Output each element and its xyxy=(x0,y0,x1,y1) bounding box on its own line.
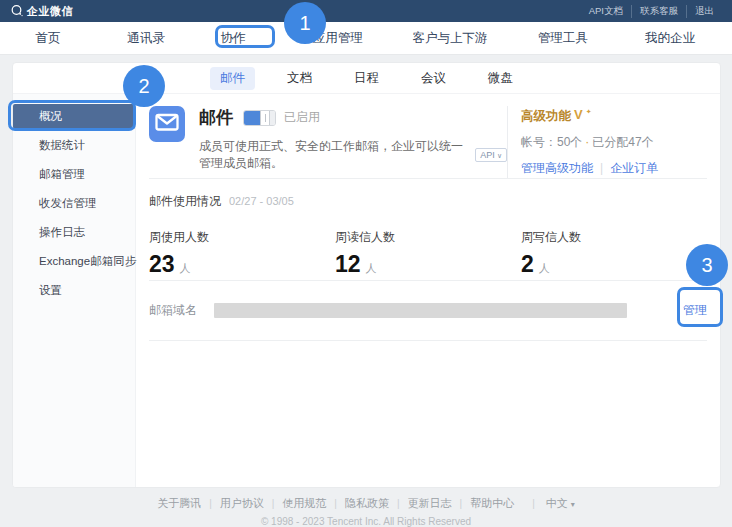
chevron-down-icon: ∨ xyxy=(497,152,502,159)
wecom-logo-text: 企业微信 xyxy=(27,4,73,19)
collaboration-tabs: 邮件 文档 日程 会议 微盘 xyxy=(13,63,720,94)
mail-enabled-toggle[interactable] xyxy=(243,110,276,126)
dot-separator: · xyxy=(582,135,592,149)
main-content: 邮件 已启用 成员可使用正式、安全的工作邮箱，企业可以统一管理成员邮箱。 API… xyxy=(136,94,720,488)
mail-domain-row: 邮箱域名 管理 xyxy=(149,281,707,341)
envelope-icon xyxy=(149,104,185,144)
contact-support-link[interactable]: 联系客服 xyxy=(631,5,686,18)
stat-weekly-readers: 周读信人数 12 人 xyxy=(335,229,521,278)
domain-label: 邮箱域名 xyxy=(149,302,197,319)
annotation-badge-1: 1 xyxy=(284,2,326,44)
sidebar-item-mailbox-management[interactable]: 邮箱管理 xyxy=(13,162,135,187)
stat-unit: 人 xyxy=(180,261,191,276)
tab-docs[interactable]: 文档 xyxy=(277,67,322,90)
stat-label: 周写信人数 xyxy=(521,229,707,246)
tab-mail[interactable]: 邮件 xyxy=(210,67,255,90)
annotation-box-collaboration xyxy=(215,25,275,48)
footer-link-about[interactable]: 关于腾讯 xyxy=(157,496,201,511)
mail-usage-section: 邮件使用情况 02/27 - 03/05 周使用人数 23 人 周读信人数 xyxy=(149,179,707,281)
toggle-status-label: 已启用 xyxy=(284,109,320,126)
api-doc-link[interactable]: API文档 xyxy=(581,5,631,18)
footer-link-privacy[interactable]: 隐私政策 xyxy=(326,496,389,511)
nav-item-customers[interactable]: 客户与上下游 xyxy=(413,22,488,55)
page-footer: 关于腾讯 用户协议 使用规范 隐私政策 更新日志 帮助中心 中文▾ © 1998… xyxy=(0,488,732,527)
link-separator: | xyxy=(593,161,610,175)
footer-link-rules[interactable]: 使用规范 xyxy=(264,496,327,511)
footer-link-changelog[interactable]: 更新日志 xyxy=(389,496,452,511)
nav-item-my-company[interactable]: 我的企业 xyxy=(645,22,695,55)
logout-link[interactable]: 退出 xyxy=(686,5,722,18)
main-nav: 首页 通讯录 协作 应用管理 客户与上下游 管理工具 我的企业 xyxy=(0,22,732,55)
copyright-text: © 1998 - 2023 Tencent Inc. All Rights Re… xyxy=(0,516,732,527)
nav-item-home[interactable]: 首页 xyxy=(36,22,61,55)
premium-title: 高级功能 xyxy=(521,108,571,125)
premium-allocated-count: 已分配47个 xyxy=(592,135,653,149)
mail-app-icon xyxy=(149,106,185,142)
sidebar-item-exchange-sync[interactable]: Exchange邮箱同步 xyxy=(13,249,135,274)
annotation-box-overview xyxy=(8,100,136,131)
sidebar: 概况 数据统计 邮箱管理 收发信管理 操作日志 Exchange邮箱同步 设置 xyxy=(13,94,136,488)
sparkle-icon: ✦ xyxy=(586,108,592,115)
enterprise-order-link[interactable]: 企业订单 xyxy=(610,161,658,175)
footer-link-terms[interactable]: 用户协议 xyxy=(201,496,264,511)
stat-unit: 人 xyxy=(539,261,550,276)
annotation-box-manage xyxy=(677,287,723,327)
annotation-badge-2: 2 xyxy=(123,65,165,107)
stat-label: 周读信人数 xyxy=(335,229,521,246)
stat-value: 2 xyxy=(521,251,534,278)
wecom-admin-screen: 企业微信 API文档 联系客服 退出 首页 通讯录 协作 应用管理 客户与上下游… xyxy=(0,0,732,527)
nav-item-contacts[interactable]: 通讯录 xyxy=(127,22,165,55)
mail-app-header: 邮件 已启用 成员可使用正式、安全的工作邮箱，企业可以统一管理成员邮箱。 API… xyxy=(149,94,707,179)
api-dropdown-badge[interactable]: API∨ xyxy=(475,148,507,162)
sidebar-item-send-receive[interactable]: 收发信管理 xyxy=(13,191,135,216)
card-body: 概况 数据统计 邮箱管理 收发信管理 操作日志 Exchange邮箱同步 设置 xyxy=(13,94,720,488)
premium-panel: 高级功能 V✦ 帐号：50个·已分配47个 管理高级功能|企业订单 xyxy=(507,106,707,178)
premium-account-count: 帐号：50个 xyxy=(521,135,582,149)
sidebar-item-statistics[interactable]: 数据统计 xyxy=(13,133,135,158)
vip-icon: V xyxy=(574,108,583,121)
topbar-links: API文档 联系客服 退出 xyxy=(581,5,722,18)
manage-premium-link[interactable]: 管理高级功能 xyxy=(521,161,593,175)
stat-value: 12 xyxy=(335,251,361,278)
tab-calendar[interactable]: 日程 xyxy=(344,67,389,90)
domain-value-redacted xyxy=(214,303,627,318)
mail-description: 成员可使用正式、安全的工作邮箱，企业可以统一管理成员邮箱。 xyxy=(199,138,469,172)
footer-link-help[interactable]: 帮助中心 xyxy=(452,496,515,511)
sidebar-item-settings[interactable]: 设置 xyxy=(13,278,135,303)
stat-label: 周使用人数 xyxy=(149,229,335,246)
annotation-badge-3: 3 xyxy=(686,244,728,286)
stat-unit: 人 xyxy=(366,261,377,276)
stat-weekly-users: 周使用人数 23 人 xyxy=(149,229,335,278)
usage-section-title: 邮件使用情况 xyxy=(149,193,221,210)
topbar: 企业微信 API文档 联系客服 退出 xyxy=(0,0,732,22)
page-title: 邮件 xyxy=(199,106,233,129)
usage-date-range: 02/27 - 03/05 xyxy=(229,195,294,207)
wecom-logo[interactable]: 企业微信 xyxy=(10,4,73,19)
language-selector[interactable]: 中文▾ xyxy=(524,496,575,511)
caret-down-icon: ▾ xyxy=(571,500,575,509)
stat-weekly-writers: 周写信人数 2 人 xyxy=(521,229,707,278)
tab-meeting[interactable]: 会议 xyxy=(411,67,456,90)
wecom-logo-icon xyxy=(10,4,23,19)
sidebar-item-operation-log[interactable]: 操作日志 xyxy=(13,220,135,245)
nav-item-tools[interactable]: 管理工具 xyxy=(538,22,588,55)
stat-value: 23 xyxy=(149,251,175,278)
mail-app-info: 邮件 已启用 成员可使用正式、安全的工作邮箱，企业可以统一管理成员邮箱。 API… xyxy=(199,106,507,178)
tab-drive[interactable]: 微盘 xyxy=(478,67,523,90)
